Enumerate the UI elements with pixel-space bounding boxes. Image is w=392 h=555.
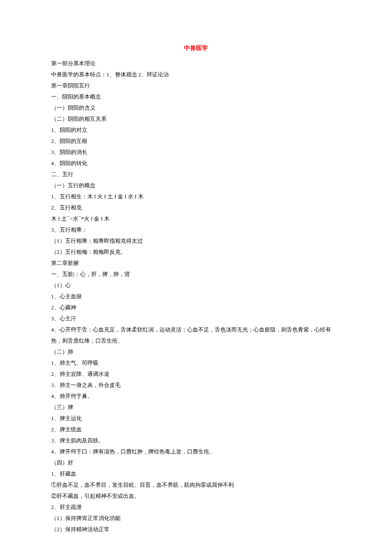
body-line: 1、肝藏血	[51, 468, 341, 479]
body-line: 2、脾主统血	[51, 424, 341, 435]
body-line: ②肝不藏血，引起精神不安或出血。	[51, 491, 341, 502]
body-line: 2、肝主疏泄	[51, 502, 341, 513]
body-line: （1）保持脾胃正常消化功能	[51, 513, 341, 524]
body-line: 3、肺主一身之表，外合皮毛	[51, 380, 341, 391]
body-line: 2、阴阳的互根	[51, 136, 341, 147]
body-line: 1、五行相生：木 f 火 f 土 f 金 f 水 f 木	[51, 191, 341, 202]
body-line: 第一章阴阳五行	[51, 80, 341, 91]
document-body: 第一部分基本理论中兽医学的基本特点：1、整体观念 2、辩证论治第一章阴阳五行一、…	[51, 58, 341, 535]
body-line: 4、肺开窍于鼻。	[51, 391, 341, 402]
body-line: 中兽医学的基本特点：1、整体观念 2、辩证论治	[51, 69, 341, 80]
body-line: （四）肝	[51, 457, 341, 468]
body-line: 4、心开窍于舌：心血充足，舌体柔软红润，运动灵活；心血不足，舌色淡而无光；心血瘀…	[51, 324, 341, 346]
body-line: （一）五行的概念	[51, 180, 341, 191]
body-line: 4、阴阳的转化	[51, 158, 341, 169]
body-line: 一、阴阳的基本概念	[51, 91, 341, 102]
body-line: 3、阴阳的消长	[51, 147, 341, 158]
body-line: （1）心	[51, 280, 341, 291]
body-line: 木 f 土¯>水¯*火 f 金 f 木	[51, 213, 341, 224]
body-line: 2、五行相克	[51, 202, 341, 213]
body-line: （二）阴阳的相互关系	[51, 113, 341, 125]
body-line: 第一部分基本理论	[51, 58, 341, 69]
body-line: （2）保持精神活动正常	[51, 524, 341, 535]
body-line: 二、五行	[51, 169, 341, 180]
document-page: 中兽医学 第一部分基本理论中兽医学的基本特点：1、整体观念 2、辩证论治第一章阴…	[0, 0, 392, 555]
body-line: （二）肺	[51, 346, 341, 357]
body-line: （2）五行相侮：相侮即反克。	[51, 247, 341, 258]
document-title: 中兽医学	[51, 43, 341, 54]
body-line: 3、心主汗	[51, 313, 341, 324]
body-line: 4、脾开窍于口：脾有湿热，口唇红肿，脾经热毒上攻，口唇生疮。	[51, 446, 341, 457]
body-line: 第二章脏腑	[51, 258, 341, 269]
body-line: 3、脾主肌肉及四肢。	[51, 435, 341, 446]
body-line: 1、肺主气、司呼吸	[51, 357, 341, 369]
body-line: 2、心藏神	[51, 302, 341, 313]
body-line: ①肝血不足，血不养目，发生目眩、目盲，血不养筋，筋肉拘挛或屈伸不利	[51, 479, 341, 491]
body-line: （一）阴阳的含义	[51, 102, 341, 113]
body-line: 3、五行相乘：	[51, 224, 341, 235]
body-line: 1、心主血脉	[51, 291, 341, 302]
body-line: 1、阴阳的对立	[51, 125, 341, 136]
body-line: 2、肺主宣降、通调水道	[51, 369, 341, 380]
body-line: （三）脾	[51, 402, 341, 413]
body-line: 一、五脏|：心，肝，脾，肺，肾	[51, 269, 341, 280]
body-line: 1、脾主运化	[51, 413, 341, 424]
body-line: （1）五行相乘：相乘即指相克得太过	[51, 235, 341, 247]
